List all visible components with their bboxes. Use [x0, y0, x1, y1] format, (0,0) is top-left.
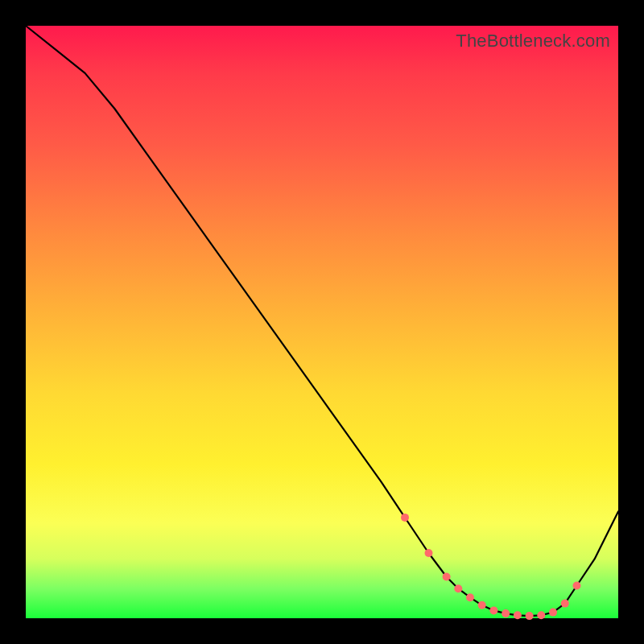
plot-area: TheBottleneck.com	[26, 26, 618, 618]
highlight-dot	[401, 514, 409, 522]
highlight-dot	[514, 611, 522, 619]
highlight-dot	[502, 609, 510, 617]
chart-frame: TheBottleneck.com	[0, 0, 644, 644]
highlight-dot	[549, 609, 557, 617]
highlight-dot	[478, 601, 486, 609]
highlight-dot	[454, 584, 462, 592]
highlight-dot	[489, 606, 497, 614]
highlight-dot	[466, 593, 474, 601]
bottleneck-curve	[26, 26, 618, 616]
highlight-dots	[401, 514, 581, 620]
highlight-dot	[561, 600, 569, 608]
highlight-dot	[425, 549, 433, 557]
highlight-dot	[573, 582, 581, 590]
highlight-dot	[526, 612, 534, 620]
curve-svg	[26, 26, 618, 618]
highlight-dot	[537, 611, 545, 619]
highlight-dot	[443, 573, 451, 581]
